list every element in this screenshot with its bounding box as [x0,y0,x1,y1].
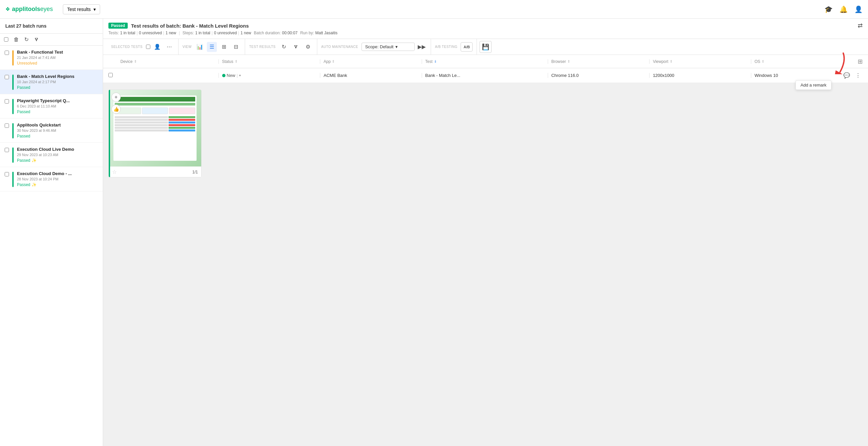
sparkle-icon: ✨ [32,158,37,163]
graduation-cap-icon[interactable]: 🎓 [825,5,833,13]
row-app: ACME Bank [320,73,422,78]
batch-item[interactable]: Bank - Functional Test 21 Jan 2024 at 7:… [0,46,103,70]
remark-area: 💬 Add a remark [842,71,851,80]
ab-test-button[interactable]: A/B [461,42,472,52]
batch-title: Test results of batch: Bank - Match Leve… [131,23,249,29]
share-icon[interactable]: ⇄ [858,22,863,29]
list-view-button[interactable]: ☰ [207,42,217,52]
mock-screenshot [114,95,196,161]
save-button[interactable]: 💾 [479,41,492,53]
batch-title-row: Passed Test results of batch: Bank - Mat… [108,22,863,29]
row-status: New | ▾ [218,73,320,78]
chevron-down-icon[interactable]: ▾ [239,73,241,77]
batch-meta: Tests: 1 in total | 0 unresolved | 1 new… [108,31,863,35]
item-checkbox[interactable] [5,51,9,55]
refresh-icon[interactable]: ↻ [24,36,29,42]
thumbnail-area: + 👍 [103,83,868,446]
thumbnail-footer: ☆ 1/1 [109,167,201,177]
step-count: 1/1 [192,170,198,174]
delete-icon[interactable]: 🗑 [13,37,19,42]
like-button[interactable]: 👍 [112,105,121,114]
status-bar [12,99,13,114]
comment-icon[interactable]: 💬 [842,71,851,80]
col-app-header[interactable]: App ⇕ [320,59,422,64]
star-icon[interactable]: ☆ [112,169,117,175]
sidebar-header: Last 27 batch runs [0,19,103,34]
item-checkbox[interactable] [5,75,9,79]
select-all-checkbox[interactable] [4,37,8,41]
chevron-down-icon: ▾ [396,44,398,49]
user-icon[interactable]: 👤 [855,5,863,13]
select-tests-checkbox[interactable] [146,44,150,49]
sort-icon: ⇕ [762,60,764,63]
sidebar-list: Bank - Functional Test 21 Jan 2024 at 7:… [0,46,103,446]
auto-maintenance-section: AUTO MAINTENANCE Scope: Default ▾ ▶▶ [317,39,431,55]
row-viewport: 1200x1000 [649,73,751,78]
add-button[interactable]: + [112,92,121,102]
columns-settings-icon[interactable]: ⊞ [858,58,863,65]
item-checkbox[interactable] [5,172,9,176]
main-layout: Last 27 batch runs 🗑 ↻ ⛛ Bank - Function… [0,19,868,446]
thumb-status-bar [109,90,110,177]
split-button[interactable]: ⚙ [303,42,313,52]
refresh-results-button[interactable]: ↻ [279,42,289,52]
status-bar [12,147,13,163]
grid-view-button[interactable]: ⊞ [219,42,229,52]
col-viewport-header[interactable]: Viewport ⇕ [649,59,751,64]
remark-tooltip: Add a remark [796,80,831,90]
scope-select[interactable]: Scope: Default ▾ [362,42,415,51]
sparkle-icon: ✨ [32,182,37,187]
item-content: Execution Cloud Demo - ... 28 Nov 2023 a… [17,171,98,187]
row-os: Windows 10 [751,73,836,78]
topnav: ❖ applitoolseyes Test results ▾ 🎓 🔔 👤 [0,0,868,19]
item-checkbox[interactable] [5,99,9,103]
auto-maintenance-next-button[interactable]: ▶▶ [417,42,427,52]
bell-icon[interactable]: 🔔 [839,5,848,13]
more-actions-icon[interactable]: ⋮ [854,71,863,80]
col-browser-header[interactable]: Browser ⇕ [548,59,650,64]
test-results-dropdown[interactable]: Test results ▾ [63,4,100,14]
batch-item[interactable]: Bank - Match Level Regions 10 Jan 2024 a… [0,70,103,94]
status-bar [12,123,13,139]
batch-item[interactable]: Execution Cloud Demo - ... 28 Nov 2023 a… [0,167,103,191]
thumbnail-card: + 👍 [108,90,202,177]
col-device-header[interactable]: Device ⇕ [120,59,218,64]
filter-icon[interactable]: ⛛ [34,37,39,42]
panel-toolbar: SELECTED TESTS 👤 ⋯ VIEW 📊 ☰ ⊞ ⊟ TEST RES… [103,39,868,55]
item-content: Bank - Match Level Regions 10 Jan 2024 a… [17,74,98,90]
status-text: New [227,73,236,78]
status-badge: Passed [108,23,128,29]
row-actions: 💬 Add a remark ⋮ [836,71,863,80]
nav-icons: 🎓 🔔 👤 [825,5,863,13]
col-actions-header: ⊞ [836,58,863,65]
sort-icon: ⇕ [134,60,137,63]
row-browser: Chrome 116.0 [548,73,650,78]
batch-item[interactable]: Execution Cloud Live Demo 29 Nov 2023 at… [0,143,103,167]
more-options-button[interactable]: ⋯ [164,42,174,52]
batch-item[interactable]: Applitools Quickstart 30 Nov 2023 at 9:4… [0,118,103,143]
item-checkbox[interactable] [5,148,9,152]
logo-area: ❖ applitoolseyes Test results ▾ [5,4,100,14]
item-content: Bank - Functional Test 21 Jan 2024 at 7:… [17,50,98,66]
assign-user-button[interactable]: 👤 [152,42,162,52]
row-select-checkbox[interactable] [108,73,113,77]
item-checkbox[interactable] [5,123,9,128]
col-status-header[interactable]: Status ⇕ [218,59,320,64]
row-checkbox [108,73,120,78]
batch-item[interactable]: Playwright Typescript Q... 6 Dec 2023 at… [0,94,103,118]
selected-tests-section: SELECTED TESTS 👤 ⋯ [107,39,179,55]
col-test-header[interactable]: Test ⇓ [422,59,548,64]
sidebar-toolbar-left: 🗑 ↻ ⛛ [4,36,39,42]
sort-icon: ⇕ [235,60,238,63]
detail-view-button[interactable]: ⊟ [231,42,241,52]
sort-icon: ⇕ [567,60,570,63]
chart-view-button[interactable]: 📊 [195,42,205,52]
new-status-dot [222,74,225,77]
status-bar [12,75,13,90]
batch-header: Passed Test results of batch: Bank - Mat… [103,19,868,39]
col-os-header[interactable]: OS ⇕ [751,59,836,64]
filter-results-button[interactable]: ⛛ [291,42,301,52]
chevron-down-icon: ▾ [93,7,96,12]
applitools-logo-icon: ❖ [5,6,10,12]
thumbnail-image[interactable] [109,90,201,167]
